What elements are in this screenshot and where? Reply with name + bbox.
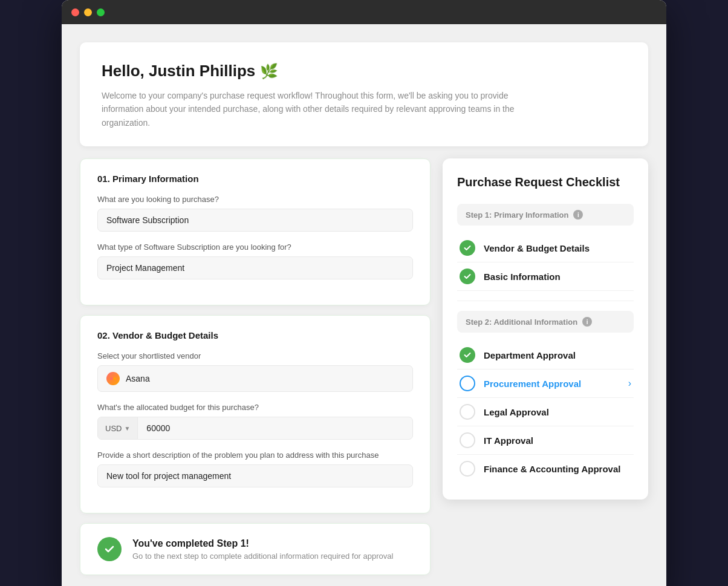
vendor-label: Select your shortlisted vendor (97, 351, 413, 360)
browser-content: Hello, Justin Phillips 🌿 Welcome to your… (62, 24, 666, 586)
check-complete-icon-3 (460, 347, 475, 363)
chevron-right-icon: › (628, 378, 631, 389)
budget-label: What's the allocated budget for this pur… (97, 403, 413, 412)
check-pending-icon-1 (460, 404, 475, 420)
check-pending-icon-2 (460, 432, 475, 448)
currency-value: USD (105, 424, 122, 433)
description-group: Provide a short description of the probl… (97, 451, 413, 487)
dept-approval-label: Department Approval (484, 350, 631, 360)
right-column: Purchase Request Checklist Step 1: Prima… (443, 158, 648, 500)
it-approval-label: IT Approval (484, 435, 631, 446)
minimize-dot[interactable] (84, 8, 92, 16)
basic-info-label: Basic Information (484, 272, 631, 282)
vendor-group: Select your shortlisted vendor Asana (97, 351, 413, 392)
completion-text: You've completed Step 1! Go to the next … (132, 538, 393, 561)
step1-header: Step 1: Primary Information i (457, 204, 634, 226)
step-divider (457, 301, 634, 301)
left-column: 01. Primary Information What are you loo… (80, 158, 431, 575)
step1-info-icon: i (573, 210, 583, 220)
vendor-value: Asana (126, 374, 150, 383)
q1-input[interactable]: Software Subscription (97, 209, 413, 232)
greeting-text: Hello, Justin Phillips (102, 62, 255, 80)
checklist-item-procurement[interactable]: Procurement Approval › (457, 370, 634, 398)
checklist-item-it[interactable]: IT Approval (457, 426, 634, 455)
step2-header: Step 2: Additional Information i (457, 311, 634, 333)
checklist-item-basic[interactable]: Basic Information (457, 262, 634, 291)
checklist-item-vendor[interactable]: Vendor & Budget Details (457, 234, 634, 262)
legal-approval-label: Legal Approval (484, 407, 631, 417)
budget-input-row: USD ▼ (97, 417, 413, 440)
greeting-subtext: Welcome to your company's purchase reque… (102, 89, 525, 129)
maximize-dot[interactable] (97, 8, 105, 16)
q2-group: What type of Software Subscription are y… (97, 243, 413, 279)
q2-input[interactable]: Project Management (97, 256, 413, 279)
section1-title: 01. Primary Information (97, 174, 413, 184)
browser-window: Hello, Justin Phillips 🌿 Welcome to your… (62, 0, 666, 586)
step2-info-icon: i (582, 317, 592, 327)
completion-card: You've completed Step 1! Go to the next … (80, 523, 431, 575)
close-dot[interactable] (71, 8, 79, 16)
check-active-icon (460, 376, 475, 391)
budget-amount-input[interactable] (138, 417, 412, 439)
completion-title: You've completed Step 1! (132, 538, 393, 549)
procurement-approval-label: Procurement Approval (484, 379, 620, 389)
checklist-item-finance[interactable]: Finance & Accounting Approval (457, 455, 634, 483)
vendor-logo (106, 372, 120, 385)
finance-approval-label: Finance & Accounting Approval (484, 464, 631, 474)
section1-card: 01. Primary Information What are you loo… (80, 158, 431, 305)
q2-label: What type of Software Subscription are y… (97, 243, 413, 252)
q1-label: What are you looking to purchase? (97, 195, 413, 204)
check-complete-icon (460, 240, 475, 256)
main-layout: 01. Primary Information What are you loo… (80, 158, 648, 575)
description-label: Provide a short description of the probl… (97, 451, 413, 460)
step1-label: Step 1: Primary Information (466, 210, 568, 220)
header-card: Hello, Justin Phillips 🌿 Welcome to your… (80, 42, 648, 146)
step2-label: Step 2: Additional Information (466, 317, 577, 327)
checklist-item-legal[interactable]: Legal Approval (457, 398, 634, 426)
section2-card: 02. Vendor & Budget Details Select your … (80, 315, 431, 513)
vendor-input[interactable]: Asana (97, 365, 413, 392)
greeting-heading: Hello, Justin Phillips 🌿 (102, 62, 626, 80)
greeting-emoji: 🌿 (260, 63, 278, 80)
budget-group: What's the allocated budget for this pur… (97, 403, 413, 440)
currency-selector[interactable]: USD ▼ (98, 417, 138, 439)
completion-check-icon (97, 537, 122, 561)
section2-title: 02. Vendor & Budget Details (97, 330, 413, 340)
svg-point-0 (110, 377, 112, 380)
check-pending-icon-3 (460, 461, 475, 477)
svg-point-1 (114, 377, 116, 380)
checklist-item-dept[interactable]: Department Approval (457, 341, 634, 370)
description-input[interactable]: New tool for project management (97, 464, 413, 487)
browser-titlebar (62, 0, 666, 24)
q1-group: What are you looking to purchase? Softwa… (97, 195, 413, 232)
completion-subtitle: Go to the next step to complete addition… (132, 552, 393, 561)
checklist-panel: Purchase Request Checklist Step 1: Prima… (443, 158, 648, 500)
checklist-title: Purchase Request Checklist (457, 175, 634, 189)
vendor-budget-label: Vendor & Budget Details (484, 243, 631, 253)
currency-chevron-icon: ▼ (124, 425, 130, 432)
check-complete-icon-2 (460, 269, 475, 284)
